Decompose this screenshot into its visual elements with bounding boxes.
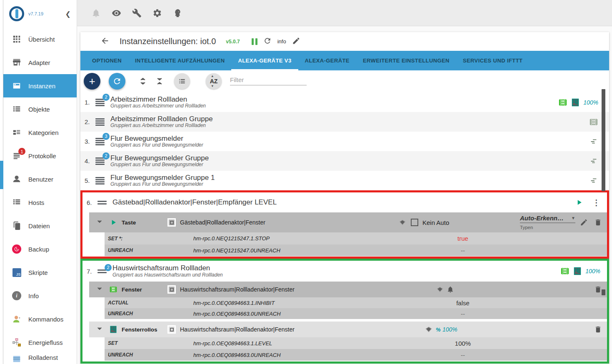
sidebar-item-protokolle[interactable]: 1 Protokolle — [3, 144, 77, 167]
edit-pencil-icon[interactable] — [292, 37, 300, 47]
device-subtitle: Gruppiert aus Arbeitszimmer und Rolllade… — [110, 103, 206, 109]
control-type-label: Fensterrollos — [122, 327, 167, 333]
no-auto-label: Kein Auto — [422, 219, 449, 226]
device-row-7[interactable]: 7. 2 Hauswirtschaftsraum Rollladen Grupp… — [82, 261, 607, 282]
sidebar-item-dateien[interactable]: Dateien — [3, 214, 77, 237]
tab-erweiterte-einstellungen[interactable]: ERWEITERTE EINSTELLUNGEN — [356, 51, 456, 70]
delete-trash-icon[interactable] — [594, 286, 602, 294]
sidebar-item-kommandos[interactable]: Kommandos — [3, 307, 77, 331]
sidebar-item-uebersicht[interactable]: Übersicht — [3, 27, 77, 51]
state-id: hm-rpc.0.OEQ0894663.1.LEVEL — [193, 340, 272, 347]
type-select-caption: Typen — [520, 225, 533, 230]
edge-blue-indicator — [0, 161, 3, 189]
no-auto-option[interactable]: Kein Auto — [411, 219, 449, 226]
tab-alexa-geraete[interactable]: ALEXA-GERÄTE — [298, 51, 356, 70]
list-icon — [12, 104, 22, 114]
tab-alexa-geraete-v3[interactable]: ALEXA-GERÄTE V3 — [231, 51, 298, 70]
wrench-icon[interactable] — [132, 8, 142, 18]
edit-pencil-icon[interactable] — [580, 219, 588, 227]
sort-az-button[interactable]: AZ — [206, 73, 222, 89]
info-link[interactable]: info — [277, 38, 286, 45]
delete-trash-icon[interactable] — [594, 219, 602, 227]
motion-icon — [589, 137, 598, 146]
kebab-menu-icon[interactable]: ⋮ — [592, 199, 600, 207]
chevron-down-icon[interactable] — [96, 285, 103, 294]
collapse-all-icon[interactable] — [155, 76, 165, 86]
sidebar-item-rolladensteuerung[interactable]: Rolladenst — [3, 354, 77, 364]
assistant-head-icon[interactable] — [173, 8, 182, 18]
expand-all-icon[interactable] — [138, 76, 148, 86]
device-row-3[interactable]: 3. 3 Flur Bewegungsmelder Gruppiert aus … — [80, 132, 609, 151]
state-value: true — [421, 235, 505, 242]
no-auto-checkbox[interactable] — [411, 219, 418, 226]
channel-name: Gästebad|Rollladenaktor|Fenster — [180, 219, 265, 226]
sidebar-item-energiefluss[interactable]: Energiefluss — [3, 331, 77, 354]
instances-icon — [12, 81, 22, 91]
state-label: SET *: — [108, 236, 193, 242]
function-diamond-icon — [398, 218, 407, 227]
tab-intelligente-aufzaehlungen[interactable]: INTELLIGENTE AUFZÄHLUNGEN — [128, 51, 231, 70]
chevron-down-icon[interactable] — [96, 218, 103, 227]
state-row: UNREACH hm-rpc.0.NEQ1215247.0UNREACH -- — [105, 244, 607, 256]
sidebar-item-hosts[interactable]: Hosts — [3, 191, 77, 214]
sidebar-item-objekte[interactable]: Objekte — [3, 97, 77, 121]
sidebar: v7.7.19 ❮ Übersicht Adapter Instanzen Ob… — [3, 0, 77, 364]
sidebar-item-info[interactable]: i Info — [3, 284, 77, 307]
count-badge: 2 — [102, 152, 110, 160]
back-arrow-icon[interactable] — [100, 36, 110, 47]
tab-services-und-ifttt[interactable]: SERVICES UND IFTTT — [456, 51, 529, 70]
sidebar-item-adapter[interactable]: Adapter — [3, 51, 77, 74]
visibility-eye-icon[interactable] — [112, 8, 121, 18]
settings-gear-icon[interactable] — [152, 8, 162, 18]
control-row-fenster[interactable]: Fenster Hauswirtschaftsraum|Rollladenakt… — [89, 282, 607, 297]
device-title: Flur Bewegungsmelder Gruppe 1 — [110, 174, 215, 182]
motion-icon — [589, 157, 598, 166]
control-row-taste[interactable]: Taste Gästebad|Rollladenaktor|Fenster Ke… — [89, 212, 607, 232]
list-view-button[interactable] — [174, 73, 190, 89]
control-type-label: Fenster — [122, 287, 167, 293]
function-diamond-icon — [436, 285, 444, 294]
vertical-scrollbar[interactable] — [602, 88, 605, 364]
delete-trash-icon[interactable] — [594, 326, 602, 334]
type-select[interactable]: Auto-Erkenn…▼ Typen — [520, 214, 575, 231]
chevron-down-icon[interactable] — [96, 325, 103, 334]
sidebar-item-instanzen[interactable]: Instanzen — [3, 74, 77, 97]
sidebar-item-label: Energiefluss — [28, 339, 63, 346]
sidebar-item-benutzer[interactable]: Benutzer — [3, 167, 77, 191]
notifications-bell-icon[interactable] — [91, 8, 101, 18]
channel-name: Hauswirtschaftsraum|Rollladenaktor|Fenst… — [180, 326, 295, 333]
sidebar-logo-row: v7.7.19 ❮ — [3, 0, 77, 27]
device-row-4[interactable]: 4. 2 Flur Bewegungsmelder Gruppe Gruppie… — [80, 151, 609, 171]
refresh-button[interactable] — [109, 73, 125, 90]
device-row-5[interactable]: 5. Flur Bewegungsmelder Gruppe 1 Gruppie… — [80, 171, 609, 190]
control-row-fensterrollos[interactable]: Fensterrollos Hauswirtschaftsraum|Rollla… — [89, 322, 607, 337]
scrollbar-thumb[interactable] — [602, 89, 605, 191]
device-row-1[interactable]: 1. 2 Arbeitszimmer Rollladen Gruppiert a… — [80, 92, 609, 112]
motion-icon — [589, 176, 598, 185]
add-device-button[interactable]: + — [84, 73, 100, 90]
files-icon — [12, 221, 22, 231]
javascript-icon: JS — [12, 267, 22, 277]
test-play-icon[interactable] — [575, 198, 583, 207]
sidebar-item-kategorien[interactable]: Kategorien — [3, 121, 77, 144]
pause-icon[interactable] — [252, 38, 257, 45]
device-row-2[interactable]: 2. Arbeitszimmer Rollladen Gruppe Gruppi… — [80, 112, 609, 132]
reload-icon[interactable] — [263, 37, 272, 47]
state-id: hm-rpc.0.OEQ0894663.1.INHIBIT — [193, 300, 275, 306]
sidebar-item-label: Adapter — [28, 59, 50, 66]
top-toolbar — [77, 0, 612, 26]
channel-icon — [167, 285, 176, 294]
sidebar-collapse-icon[interactable]: ❮ — [65, 10, 71, 18]
sidebar-item-skripte[interactable]: JS Skripte — [3, 261, 77, 284]
dialog-header: Instanzeinstellungen: iot.0 v5.0.7 info — [80, 32, 609, 51]
device-row-6[interactable]: 6. Gästebad|Rollladenaktor|Fenster|Empfä… — [82, 192, 607, 212]
state-row: UNREACH hm-rpc.0.OEQ0894663.0UNREACH -- — [105, 308, 607, 319]
tab-bar: OPTIONEN INTELLIGENTE AUFZÄHLUNGEN ALEXA… — [80, 51, 609, 70]
tab-optionen[interactable]: OPTIONEN — [85, 51, 128, 70]
filter-input[interactable] — [230, 75, 307, 85]
sidebar-item-label: Benutzer — [28, 176, 53, 183]
alert-bell-icon[interactable] — [447, 286, 454, 293]
sidebar-item-backup[interactable]: Backup — [3, 237, 77, 261]
logs-count-badge: 1 — [18, 148, 25, 155]
page-title: Instanzeinstellungen: iot.0 — [120, 37, 216, 46]
